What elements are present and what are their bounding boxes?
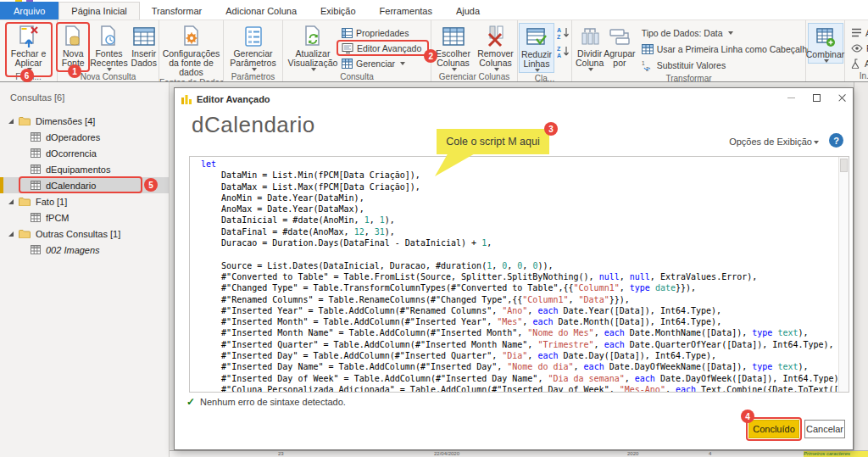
queries-tree: Dimensões [4]dOperadoresdOcorrenciadEqui…: [0, 113, 169, 258]
group-label-manage-columns: Gerenciar Colunas: [431, 71, 517, 81]
data-source-settings-button[interactable]: Configurações da fonte de dados: [162, 23, 221, 77]
code-scrollbar[interactable]: [838, 157, 849, 392]
background-cell: 23: [278, 451, 284, 457]
tree-expander-icon[interactable]: [8, 231, 14, 237]
folder-icon: [19, 229, 31, 238]
check-icon: ✓: [186, 396, 195, 408]
dialog-title: Editor Avançado: [197, 94, 270, 104]
reduce-rows-icon: [526, 25, 547, 50]
tree-expander-icon[interactable]: [8, 199, 14, 204]
tab-home[interactable]: Página Inicial: [58, 2, 139, 20]
m-code-text: let DataMin = List.Min(fPCM[Data Criação…: [190, 159, 838, 392]
enter-data-button[interactable]: Inserir Dados: [129, 23, 159, 68]
chevron-down-icon: [311, 68, 316, 71]
vision-button[interactable]: Pesq: [849, 41, 868, 55]
choose-columns-button[interactable]: Escolher Colunas: [434, 23, 473, 71]
first-row-headers-button[interactable]: Usar a Primeira Linha como Cabeçalho: [639, 42, 825, 57]
azure-ml-button[interactable]: Azur: [849, 56, 868, 70]
code-line: #"Coluna Personalizada Adicionada" = Tab…: [201, 384, 838, 392]
annotation-callout-text: Cole o script M aqui: [446, 136, 539, 148]
remove-columns-button[interactable]: Remover Colunas: [476, 23, 515, 71]
manage-parameters-button[interactable]: Gerenciar Parâmetros: [226, 23, 281, 71]
advanced-editor-button[interactable]: Editor Avançado 2: [339, 41, 424, 55]
remove-columns-icon: [485, 24, 507, 49]
code-line: #"Renamed Columns" = Table.RenameColumns…: [201, 294, 838, 305]
tree-expander-icon[interactable]: [8, 119, 14, 124]
split-column-button[interactable]: Dividir Coluna: [576, 23, 604, 71]
sort-ascending-icon[interactable]: AZ: [557, 26, 570, 40]
query-item-docorrencia[interactable]: dOcorrencia: [0, 145, 169, 161]
code-line: DataInicial = #date(AnoMin, 1, 1),: [201, 215, 838, 226]
query-item-label: 002 Imagens: [46, 245, 100, 255]
chevron-down-icon: [252, 68, 257, 71]
ribbon: Fechar e Aplicar 6 Fech... Nova Fonte 1 …: [0, 20, 868, 82]
query-item-002-imagens[interactable]: 002 Imagens: [0, 242, 169, 258]
tab-view[interactable]: Exibição: [309, 2, 368, 20]
code-scrollbar-thumb[interactable]: [840, 159, 848, 172]
enter-data-icon: [133, 24, 155, 49]
data-source-settings-icon: [181, 24, 203, 49]
maximize-icon[interactable]: [810, 92, 822, 103]
tab-add-column[interactable]: Adicionar Coluna: [214, 2, 309, 20]
choose-columns-icon: [442, 24, 465, 49]
svg-text:Z: Z: [557, 34, 561, 40]
minimize-icon[interactable]: [785, 92, 797, 103]
background-cell: 22/04/2020: [434, 451, 459, 457]
tree-group-header[interactable]: Outras Consultas [1]: [0, 226, 169, 242]
code-line: AnoMax = Date.Year(DataMax),: [201, 203, 838, 215]
tree-group-header[interactable]: Fato [1]: [0, 193, 169, 209]
tree-group-header[interactable]: Dimensões [4]: [0, 113, 169, 129]
background-cell-highlight: Primeiros caracteres: [804, 451, 868, 457]
query-item-dequipamentos[interactable]: dEquipamentos: [0, 161, 169, 177]
help-icon[interactable]: ?: [829, 133, 843, 148]
code-line: [201, 248, 838, 259]
chevron-down-icon: [588, 68, 593, 71]
annotation-callout: Cole o script M aqui: [437, 129, 549, 154]
svg-text:Z: Z: [557, 46, 561, 52]
new-source-button[interactable]: Nova Fonte 1: [58, 23, 88, 71]
properties-button[interactable]: Propriedades: [339, 25, 424, 40]
group-label-ai-insights: In...: [845, 70, 868, 81]
recent-sources-icon: [98, 24, 119, 49]
tab-help[interactable]: Ajuda: [444, 2, 492, 20]
chevron-down-icon: [452, 68, 457, 71]
tab-file[interactable]: Arquivo: [0, 2, 58, 20]
chevron-down-icon: [494, 68, 499, 71]
m-code-editor[interactable]: let DataMin = List.Min(fPCM[Data Criação…: [189, 156, 849, 393]
reduce-rows-button[interactable]: Reduzir Linhas: [519, 23, 554, 73]
refresh-preview-button[interactable]: Atualizar Visualização: [287, 23, 339, 71]
close-apply-label: Fechar e Aplicar: [6, 49, 52, 68]
code-line: #"Inserted Day of Week" = Table.AddColum…: [201, 373, 838, 384]
annotation-badge-3: 3: [544, 122, 558, 136]
group-label-query: Consulta: [283, 71, 431, 81]
recent-sources-button[interactable]: Fontes Recentes: [90, 23, 127, 71]
code-line: #"Inserted Month" = Table.AddColumn(#"In…: [201, 316, 838, 327]
data-type-button[interactable]: Tipo de Dados: Data: [639, 25, 825, 41]
ribbon-group-transform: Dividir Coluna Agrupar por Tipo de Dados…: [572, 20, 806, 81]
manage-button[interactable]: Gerenciar: [339, 56, 424, 70]
tab-transform[interactable]: Transformar: [140, 2, 214, 20]
background-app-area: [854, 82, 868, 457]
sort-descending-icon[interactable]: ZA: [557, 45, 570, 59]
remove-columns-label: Remover Colunas: [476, 49, 515, 68]
chevron-down-icon: [400, 62, 405, 65]
text-analytics-button[interactable]: Anál: [849, 25, 868, 40]
combine-button[interactable]: Combinar: [808, 23, 843, 64]
split-column-label: Dividir Coluna: [576, 49, 604, 68]
ribbon-group-parameters: Gerenciar Parâmetros Parâmetros: [224, 20, 283, 81]
close-and-apply-button[interactable]: Fechar e Aplicar 6: [6, 23, 52, 71]
display-options-dropdown[interactable]: Opções de Exibição: [729, 137, 819, 147]
code-line: DataMax = List.Max(fPCM[Data Criação]),: [201, 181, 838, 192]
close-icon[interactable]: [836, 92, 848, 103]
group-by-button[interactable]: Agrupar por: [604, 23, 635, 68]
new-source-icon: [63, 24, 83, 49]
query-item-doperadores[interactable]: dOperadores: [0, 129, 169, 145]
first-row-headers-label: Usar a Primeira Linha como Cabeçalho: [657, 44, 812, 54]
group-label-data-sources: Fontes de Dados: [159, 77, 223, 81]
query-item-dcalendario[interactable]: dCalendario5: [0, 177, 169, 193]
tab-tools[interactable]: Ferramentas: [368, 2, 444, 20]
query-item-fpcm[interactable]: fPCM: [0, 209, 169, 226]
cancel-button[interactable]: Cancelar: [804, 420, 845, 438]
replace-values-button[interactable]: 12 Substituir Valores: [639, 58, 825, 73]
done-button[interactable]: Concluído 4: [748, 420, 799, 438]
